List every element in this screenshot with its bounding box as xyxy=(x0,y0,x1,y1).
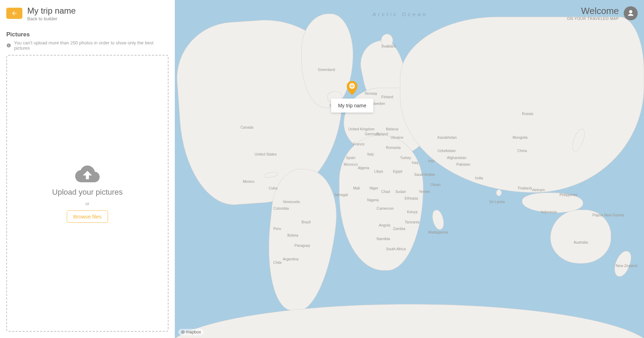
map-attribution[interactable]: mapbox xyxy=(178,329,204,335)
title-block: My trip name Back to builder xyxy=(27,6,76,21)
user-icon xyxy=(627,9,635,17)
mapbox-logo-icon xyxy=(181,330,185,334)
land-madagascar xyxy=(430,209,446,231)
country-label: Oman xyxy=(430,182,441,187)
back-to-builder-link[interactable]: Back to builder xyxy=(27,16,76,21)
user-avatar[interactable] xyxy=(624,6,638,20)
map-pane[interactable]: Arctic Ocean CanadaGreenlandIcelandUnite… xyxy=(175,0,644,338)
land-asia xyxy=(400,17,644,193)
land-africa xyxy=(339,135,424,271)
cloud-upload-icon xyxy=(75,164,100,184)
welcome-title: Welcome xyxy=(567,6,619,16)
back-button[interactable] xyxy=(6,8,22,19)
browse-files-button[interactable]: Browse files xyxy=(67,210,108,223)
map-attribution-text: mapbox xyxy=(186,330,201,335)
welcome-box: Welcome ON YOUR TRAVELED MAP xyxy=(567,6,638,21)
upload-hint-text: You can't upload more than 250 photos in… xyxy=(14,40,169,51)
trip-marker[interactable]: My trip name xyxy=(331,81,373,113)
info-icon xyxy=(6,43,11,48)
dropzone-or: or xyxy=(85,201,90,206)
land-svalbard xyxy=(381,34,393,48)
arrow-left-icon xyxy=(11,10,17,16)
land-newzealand xyxy=(611,249,634,279)
welcome-subtitle: ON YOUR TRAVELED MAP xyxy=(567,16,619,21)
land-australia xyxy=(550,210,611,264)
upload-dropzone[interactable]: Upload your pictures or Browse files xyxy=(6,55,169,332)
pictures-heading: Pictures xyxy=(6,31,169,38)
country-label: Sri Lanka xyxy=(489,200,505,204)
country-label: Madagascar xyxy=(428,230,449,234)
ocean-label-arctic: Arctic Ocean xyxy=(372,11,428,17)
trip-title: My trip name xyxy=(27,6,76,15)
land-srilanka xyxy=(496,189,502,196)
upload-hint: You can't upload more than 250 photos in… xyxy=(6,40,169,51)
welcome-text: Welcome ON YOUR TRAVELED MAP xyxy=(567,6,619,21)
marker-tooltip: My trip name xyxy=(331,99,373,113)
sidebar: My trip name Back to builder Pictures Yo… xyxy=(0,0,175,338)
land-antarctica xyxy=(175,304,644,338)
map-pin-icon xyxy=(347,81,357,95)
sidebar-header: My trip name Back to builder xyxy=(6,6,169,21)
dropzone-headline: Upload your pictures xyxy=(52,188,123,197)
